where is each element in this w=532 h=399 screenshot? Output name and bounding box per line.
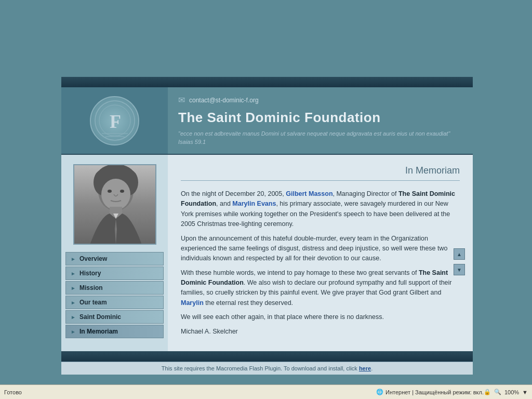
site-wrapper: F ✉ contact@st-dominic-f.org The Saint D… [61, 77, 473, 375]
site-header: F ✉ contact@st-dominic-f.org The Saint D… [61, 87, 473, 155]
footer-bottom: This site requires the Macromedia Flash … [61, 362, 473, 375]
nav-label-our-team: Our team [79, 299, 107, 306]
nav-arrow-icon: ► [70, 270, 76, 276]
sidebar-item-history[interactable]: ► History [65, 267, 164, 280]
nav-arrow-icon: ► [70, 285, 76, 291]
nav-arrow-icon: ► [70, 299, 76, 305]
svg-point-10 [101, 179, 130, 210]
footer-bar [61, 351, 473, 362]
sidebar-item-saint-dominic[interactable]: ► Saint Dominic [65, 310, 164, 324]
paragraph-3: With these humble words, we intend to pa… [181, 268, 460, 309]
nav-label-overview: Overview [79, 255, 107, 262]
nav-arrow-icon: ► [70, 256, 76, 262]
content-body: On the night of December 20, 2005, Gilbe… [181, 189, 460, 337]
nav-label-mission: Mission [79, 284, 103, 291]
sidebar: ► Overview ► History ► Mission ► Our tea… [61, 155, 168, 351]
browser-status-bar: Готово 🌐 Интернет | Защищённый режим: вк… [0, 384, 532, 399]
status-right: 🔒 🔍 100% ▼ [484, 389, 528, 395]
nav-arrow-icon: ► [70, 314, 76, 320]
nav-label-in-memoriam: In Memoriam [79, 328, 118, 335]
status-security: Интернет | Защищённый режим: вкл. [385, 389, 484, 395]
contact-line: ✉ contact@st-dominic-f.org [178, 95, 462, 105]
logo-svg: F [94, 100, 136, 141]
name-marylin-2: Marylin [181, 299, 204, 307]
globe-icon: 🌐 [376, 389, 383, 395]
footer-text: This site requires the Macromedia Flash … [162, 365, 359, 371]
zoom-dropdown[interactable]: ▼ [522, 389, 528, 395]
scroll-up-button[interactable]: ▲ [454, 248, 465, 260]
status-text-left: Готово [4, 389, 376, 395]
svg-text:F: F [110, 111, 121, 132]
footer-link[interactable]: here [359, 365, 371, 371]
sidebar-item-our-team[interactable]: ► Our team [65, 296, 164, 309]
scroll-down-button[interactable]: ▼ [454, 264, 465, 275]
nav-arrow-icon: ► [70, 328, 76, 335]
contact-email: contact@st-dominic-f.org [189, 97, 259, 104]
portrait-svg [74, 164, 155, 245]
zoom-value: 100% [504, 389, 519, 395]
header-text-area: ✉ contact@st-dominic-f.org The Saint Dom… [168, 87, 473, 154]
name-gilbert: Gilbert Masson [286, 190, 332, 197]
sidebar-item-overview[interactable]: ► Overview [65, 252, 164, 265]
content-area: ► Overview ► History ► Mission ► Our tea… [61, 155, 473, 351]
portrait-frame [73, 164, 156, 245]
lock-icon: 🔒 [484, 389, 491, 395]
footer-end: . [371, 365, 373, 371]
paragraph-2: Upon the announcement of this hateful do… [181, 234, 460, 264]
site-tagline: "ecce non est adbrevaite manus Domini ut… [178, 130, 462, 146]
logo-circle: F [90, 96, 139, 145]
content-title: In Memoriam [181, 165, 460, 181]
logo-area: F [61, 87, 168, 154]
nav-label-saint-dominic: Saint Dominic [79, 313, 121, 321]
status-text-center: 🌐 Интернет | Защищённый режим: вкл. [376, 389, 484, 395]
portrait-image [74, 164, 155, 245]
site-title: The Saint Dominic Foundation [178, 110, 462, 126]
signature: Michael A. Skelcher [181, 327, 460, 337]
top-bar [61, 77, 473, 87]
svg-point-12 [120, 190, 124, 193]
zoom-level: 🔍 [494, 389, 501, 395]
email-icon: ✉ [178, 95, 185, 105]
sidebar-item-mission[interactable]: ► Mission [65, 281, 164, 295]
paragraph-4: We will see each other again, in that pl… [181, 312, 460, 322]
name-marylin: Marylin Evans [232, 200, 276, 207]
nav-label-history: History [79, 270, 101, 277]
main-content: In Memoriam On the night of December 20,… [168, 155, 473, 351]
svg-point-11 [108, 190, 112, 193]
sidebar-item-in-memoriam[interactable]: ► In Memoriam [65, 325, 164, 338]
paragraph-1: On the night of December 20, 2005, Gilbe… [181, 189, 460, 230]
